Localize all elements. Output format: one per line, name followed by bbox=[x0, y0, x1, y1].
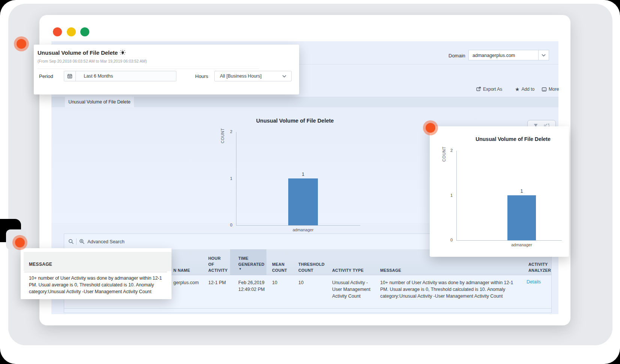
column-header-hour-of-activity[interactable]: HOUR OF ACTIVITY bbox=[208, 255, 226, 273]
more-button[interactable]: More bbox=[542, 87, 559, 92]
y-tick-label: 1 bbox=[222, 176, 232, 181]
chevron-down-icon bbox=[542, 54, 546, 57]
y-tick-label: 0 bbox=[442, 238, 453, 242]
domain-select-chevron-button[interactable] bbox=[539, 50, 549, 60]
report-title: Unusual Volume of File Delete bbox=[38, 49, 118, 56]
message-callout-divider bbox=[24, 272, 167, 272]
cell-mean-count: 10 bbox=[272, 279, 277, 286]
hours-select[interactable]: All [Business Hours] bbox=[214, 71, 292, 81]
period-input[interactable]: Last 6 Months bbox=[64, 71, 176, 81]
y-tick-label: 2 bbox=[442, 148, 453, 153]
y-axis-label: COUNT bbox=[442, 143, 446, 165]
tab-unusual-volume-of-file-delete[interactable]: Unusual Volume of File Delete bbox=[65, 97, 134, 107]
chart-title: Unusual Volume of File Delete bbox=[449, 136, 577, 142]
more-label: More bbox=[549, 87, 559, 92]
column-header-message[interactable]: MESSAGE bbox=[380, 267, 401, 273]
cell-activity-type: Unusual Activity -User Management Activi… bbox=[332, 279, 373, 300]
export-as-label: Export As bbox=[483, 87, 502, 92]
cell-domain-name: gerplus.com bbox=[173, 279, 199, 286]
callout-marker-dot bbox=[17, 39, 26, 49]
domain-label: Domain bbox=[448, 53, 465, 58]
callout-marker-chart bbox=[423, 120, 438, 135]
chevron-down-icon bbox=[282, 75, 286, 78]
callout-marker-message bbox=[12, 235, 27, 250]
traffic-light-maximize[interactable] bbox=[80, 27, 89, 36]
bar-value-label: 1 bbox=[288, 172, 318, 177]
row-divider bbox=[64, 308, 551, 309]
bar-admanager bbox=[288, 178, 318, 225]
column-header-domain-name[interactable]: N NAME bbox=[173, 267, 190, 273]
card-divider bbox=[38, 69, 259, 69]
hours-label: Hours bbox=[195, 73, 208, 79]
advanced-search-icon bbox=[79, 239, 85, 244]
star-icon: ★ bbox=[515, 86, 520, 92]
bar-admanager bbox=[507, 195, 536, 240]
tab-label: Unusual Volume of File Delete bbox=[68, 99, 130, 105]
advanced-search-button[interactable]: Advanced Search bbox=[79, 239, 125, 244]
message-callout: MESSAGE 10+ number of User Activity was … bbox=[21, 248, 172, 299]
search-icon bbox=[68, 239, 74, 244]
domain-select[interactable]: admanagerplus.com bbox=[468, 50, 539, 60]
x-category-label: admanager bbox=[499, 243, 544, 247]
report-header-callout: Unusual Volume of File Delete (From Sep … bbox=[34, 45, 299, 94]
bar-value-label: 1 bbox=[507, 189, 536, 194]
period-label: Period bbox=[39, 73, 53, 79]
y-tick-label: 2 bbox=[222, 129, 232, 134]
y-axis-line bbox=[236, 132, 236, 225]
sort-descending-icon[interactable]: ▼ bbox=[239, 267, 242, 271]
x-axis-line bbox=[236, 225, 360, 226]
chart-title: Unusual Volume of File Delete bbox=[231, 118, 359, 124]
cell-time-generated: Feb 26,2019 12:49:02 PM bbox=[238, 279, 273, 293]
toolbar-separator bbox=[76, 238, 77, 245]
advanced-search-label: Advanced Search bbox=[87, 239, 125, 244]
y-tick-label: 0 bbox=[222, 223, 232, 227]
search-button[interactable] bbox=[68, 239, 74, 246]
add-to-label: Add to bbox=[522, 87, 535, 92]
traffic-light-minimize[interactable] bbox=[67, 27, 76, 36]
calendar-button[interactable] bbox=[64, 71, 76, 81]
export-as-button[interactable]: Export As bbox=[476, 87, 502, 92]
insight-bulb-icon bbox=[119, 49, 126, 56]
cell-message: 10+ number of User Activity was done by … bbox=[380, 279, 515, 300]
callout-marker-dot bbox=[15, 238, 25, 247]
column-header-mean-count[interactable]: MEAN COUNT bbox=[272, 261, 289, 273]
more-icon bbox=[542, 87, 547, 92]
column-header-threshold-count[interactable]: THRESHOLD COUNT bbox=[298, 261, 326, 273]
y-axis-label: COUNT bbox=[220, 124, 225, 147]
chart-zoom-callout: Unusual Volume of File DeleteCOUNT0121ad… bbox=[430, 126, 569, 257]
traffic-light-close[interactable] bbox=[53, 27, 62, 36]
message-callout-body: 10+ number of User Activity was done by … bbox=[29, 275, 167, 295]
period-value: Last 6 Months bbox=[84, 73, 113, 79]
main-bar-chart: Unusual Volume of File DeleteCOUNT0121ad… bbox=[208, 112, 388, 236]
y-axis-line bbox=[456, 151, 457, 240]
column-header-activity-analyzer[interactable]: ACTIVITY ANALYZER bbox=[528, 261, 552, 273]
add-to-button[interactable]: ★ Add to bbox=[515, 86, 534, 92]
column-header-activity-type[interactable]: ACTIVITY TYPE bbox=[332, 267, 364, 273]
x-axis-line bbox=[456, 240, 562, 241]
x-category-label: admanager bbox=[281, 228, 326, 232]
details-link[interactable]: Details bbox=[527, 279, 541, 285]
domain-select-value: admanagerplus.com bbox=[473, 53, 515, 58]
hours-value: All [Business Hours] bbox=[220, 73, 262, 79]
calendar-icon bbox=[67, 73, 72, 79]
export-icon bbox=[476, 87, 481, 92]
report-date-range: (From Sep 20,2018 06:03:52 AM to Mar 19,… bbox=[38, 59, 147, 63]
page: Domain admanagerplus.com Export As ★ Add… bbox=[0, 0, 620, 364]
cell-hour-of-activity: 12-1 PM bbox=[208, 279, 226, 286]
column-header-time-generated[interactable]: TIME GENERATED bbox=[238, 255, 265, 267]
callout-marker-report-header bbox=[14, 36, 29, 51]
message-callout-header: MESSAGE bbox=[29, 262, 52, 267]
y-tick-label: 1 bbox=[442, 193, 453, 198]
cell-threshold-count: 10 bbox=[298, 279, 304, 286]
callout-marker-dot bbox=[426, 123, 435, 133]
